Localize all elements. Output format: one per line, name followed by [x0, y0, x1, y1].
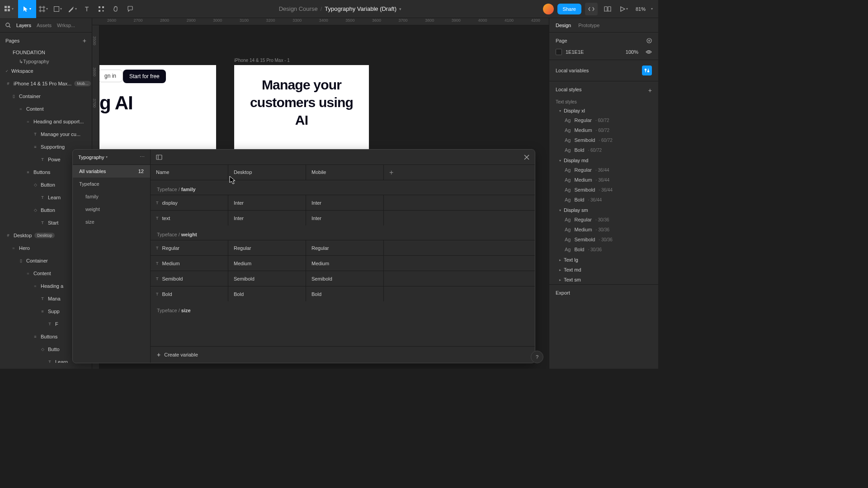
chevron-down-icon[interactable]: ▾ [651, 7, 653, 11]
text-style-row[interactable]: AgBold· 30/36 [549, 244, 658, 254]
shape-tool[interactable]: ▾ [51, 0, 65, 18]
pen-tool[interactable]: ▾ [65, 0, 80, 18]
page-item[interactable]: ✓Wrkspace [0, 66, 92, 75]
tab-assets[interactable]: Assets [37, 23, 52, 28]
sidebar-toggle-icon[interactable] [156, 155, 162, 160]
resources-tool[interactable] [94, 0, 108, 18]
page-item[interactable]: FOUNDATION [0, 48, 92, 57]
variable-row[interactable]: TRegularRegularRegular [151, 240, 535, 255]
tab-design[interactable]: Design [556, 23, 571, 28]
present-button[interactable]: ▾ [618, 3, 630, 15]
all-variables-row[interactable]: All variables 12 [73, 165, 150, 178]
layer-type-icon: = [25, 271, 31, 276]
frame-label[interactable]: iPhone 14 & 15 Pro Max - 1 [234, 58, 290, 63]
text-style-row[interactable]: AgSemibold· 36/44 [549, 185, 658, 195]
export-section[interactable]: Export [549, 284, 658, 301]
variable-row[interactable]: TtextInterInter [151, 210, 535, 225]
layer-row[interactable]: ▯Container [0, 90, 92, 103]
share-button[interactable]: Share [557, 4, 581, 14]
comment-tool[interactable] [123, 0, 137, 18]
variables-sidebar: Typography▾ ⋯ All variables 12 Typeface … [73, 150, 151, 363]
layer-type-icon: T [47, 360, 52, 363]
opacity-value[interactable]: 100% [626, 49, 638, 55]
col-desktop[interactable]: Desktop [228, 165, 306, 180]
layer-row[interactable]: =Heading and support... [0, 115, 92, 128]
text-style-row[interactable]: AgBold· 36/44 [549, 195, 658, 205]
chevron-icon: ▸ [559, 258, 561, 262]
open-variables-button[interactable] [642, 66, 652, 75]
hand-tool[interactable] [108, 0, 123, 18]
heading: Manage your customers using AI [234, 65, 369, 129]
text-style-row[interactable]: AgSemibold· 60/72 [549, 135, 658, 145]
variable-row[interactable]: TSemiboldSemiboldSemibold [151, 271, 535, 286]
create-variable-button[interactable]: + Create variable [151, 346, 535, 363]
style-group[interactable]: ▾Display xl [549, 105, 658, 115]
layer-row[interactable]: TManage your cu... [0, 128, 92, 141]
add-style-button[interactable]: + [648, 87, 652, 94]
text-style-row[interactable]: AgMedium· 30/36 [549, 225, 658, 235]
variables-body: Typeface / familyTdisplayInterInterTtext… [151, 180, 535, 346]
text-style-row[interactable]: AgRegular· 36/44 [549, 165, 658, 175]
add-page-button[interactable]: + [83, 37, 86, 44]
svg-rect-1 [8, 6, 10, 8]
project-name[interactable]: Design Course [279, 5, 318, 12]
style-group[interactable]: ▸Text sm [549, 274, 658, 284]
layer-type-icon: ≡ [33, 334, 38, 339]
var-group-weight[interactable]: weight [73, 203, 150, 216]
move-tool[interactable]: ▾ [18, 0, 36, 18]
frame-tool[interactable]: ▾ [36, 0, 51, 18]
text-style-row[interactable]: AgMedium· 36/44 [549, 175, 658, 185]
file-name[interactable]: Typography Variable (Draft) [325, 5, 396, 12]
chevron-down-icon[interactable]: ▾ [399, 7, 401, 11]
page-color-row[interactable]: 1E1E1E 100% [549, 46, 658, 60]
chevron-down-icon[interactable]: ▾ [106, 155, 108, 159]
style-group[interactable]: ▸Text lg [549, 254, 658, 264]
ag-preview-icon: Ag [565, 187, 571, 192]
dev-mode-toggle[interactable] [585, 3, 598, 15]
variable-group-header: Typeface / size [151, 301, 535, 316]
chevron-icon: ▸ [559, 278, 561, 282]
search-icon[interactable] [5, 23, 11, 28]
close-icon[interactable] [524, 155, 529, 160]
col-mobile[interactable]: Mobile [306, 165, 384, 180]
text-style-row[interactable]: AgSemibold· 30/36 [549, 235, 658, 244]
variable-row[interactable]: TdisplayInterInter [151, 195, 535, 210]
svg-point-24 [648, 71, 649, 72]
tab-workspace[interactable]: Wrksp... [57, 23, 75, 28]
page-settings-icon[interactable] [646, 38, 652, 43]
user-avatar[interactable] [543, 4, 554, 14]
style-group[interactable]: ▾Display md [549, 155, 658, 165]
frame-iphone[interactable]: Manage your customers using AI [234, 65, 369, 151]
var-group-size[interactable]: size [73, 216, 150, 228]
more-icon[interactable]: ⋯ [140, 154, 145, 160]
page-item[interactable]: ↳Typography [0, 57, 92, 66]
style-group[interactable]: ▾Display sm [549, 205, 658, 215]
add-mode-button[interactable]: + [384, 165, 535, 180]
tab-layers[interactable]: Layers [16, 23, 31, 28]
layer-type-icon: ≡ [40, 309, 45, 314]
variable-row[interactable]: TBoldBoldBold [151, 286, 535, 301]
zoom-level[interactable]: 81% [634, 6, 647, 12]
style-group[interactable]: ▸Text md [549, 264, 658, 274]
library-icon[interactable] [601, 3, 614, 15]
color-swatch[interactable] [556, 49, 562, 55]
help-button[interactable]: ? [531, 351, 543, 363]
layer-type-icon: = [11, 246, 16, 250]
menu-button[interactable]: ▾ [0, 0, 18, 18]
text-style-row[interactable]: AgBold· 60/72 [549, 145, 658, 155]
tab-prototype[interactable]: Prototype [578, 23, 599, 28]
variable-group-header: Typeface / weight [151, 225, 535, 240]
variable-row[interactable]: TMediumMediumMedium [151, 255, 535, 271]
layer-row[interactable]: #iPhone 14 & 15 Pro Max...Mob... [0, 77, 92, 90]
text-tool[interactable]: T [80, 0, 94, 18]
variables-toolbar [151, 150, 535, 165]
text-style-row[interactable]: AgRegular· 60/72 [549, 115, 658, 125]
color-hex[interactable]: 1E1E1E [566, 49, 584, 55]
text-style-row[interactable]: AgMedium· 60/72 [549, 125, 658, 135]
layer-row[interactable]: =Content [0, 103, 92, 115]
text-style-row[interactable]: AgRegular· 30/36 [549, 215, 658, 225]
var-group-family[interactable]: family [73, 190, 150, 203]
frame-desktop-partial[interactable]: gn in Start for free g AI [99, 65, 216, 151]
visibility-icon[interactable] [646, 50, 652, 54]
var-group-typeface[interactable]: Typeface [73, 178, 150, 190]
